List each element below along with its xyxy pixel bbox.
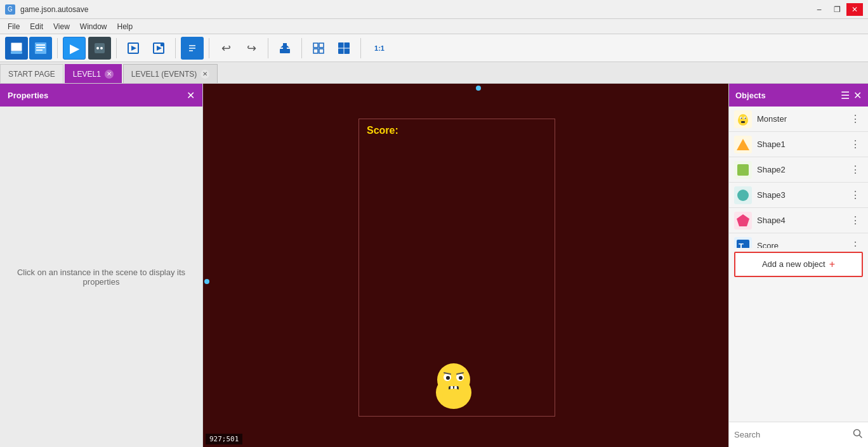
tab-start-page[interactable]: START PAGE [0,64,63,83]
objects-panel: Objects ☰ ✕ [728,84,868,447]
handle-dot-top[interactable] [476,86,481,91]
grid2-icon [337,41,351,55]
main-area: Properties ✕ Click on an instance in the… [0,84,868,447]
score-object-name: Score [757,241,843,248]
shape1-menu-button[interactable]: ⋮ [848,137,863,152]
redo-button[interactable]: ↪ [240,37,263,60]
shape1-object-name: Shape1 [757,139,843,149]
tab-level1-close[interactable]: ✕ [105,70,114,79]
svg-rect-23 [313,49,318,53]
grid2-button[interactable] [332,37,355,60]
shape4-object-name: Shape4 [757,216,843,225]
shape3-menu-button[interactable]: ⋮ [848,188,863,202]
events-view-button[interactable] [29,37,52,60]
shape1-icon [735,137,751,152]
svg-point-8 [100,47,103,49]
search-input[interactable] [734,430,849,439]
shape4-menu-button[interactable]: ⋮ [848,213,863,228]
monster-object-icon [734,110,752,128]
list-item[interactable]: Monster ⋮ [729,107,868,132]
svg-line-54 [860,435,862,437]
monster-character[interactable] [430,353,478,410]
scene-view-button[interactable] [5,37,28,60]
monster-svg [430,353,478,410]
search-button[interactable] [853,429,863,441]
grid-button[interactable] [307,37,330,60]
svg-rect-48 [737,164,749,176]
objects-filter-button[interactable]: ☰ [841,89,850,101]
score-icon: T [735,238,751,248]
menu-file[interactable]: File [3,21,25,32]
handle-dot-left[interactable] [204,279,209,284]
svg-rect-18 [280,49,290,53]
tab-level1[interactable]: LEVEL1 ✕ [65,64,122,83]
svg-rect-5 [36,49,43,51]
list-item[interactable]: Shape4 ⋮ [729,208,868,233]
search-icon [853,429,863,439]
preview-button[interactable] [122,37,145,60]
menu-view[interactable]: View [48,21,75,32]
objects-spacer [729,281,868,422]
fullscreen-preview-button[interactable] [147,37,170,60]
svg-rect-1 [11,51,22,54]
toolbar-view-group [5,37,52,60]
menu-help[interactable]: Help [112,21,138,32]
score-label-text: Score: [367,125,398,136]
svg-rect-24 [319,49,324,53]
shape2-object-icon [734,161,752,179]
properties-close-button[interactable]: ✕ [187,89,195,101]
properties-panel: Properties ✕ Click on an instance in the… [0,84,203,447]
monster-menu-button[interactable]: ⋮ [848,112,863,126]
toolbar-sep-5 [268,38,268,58]
list-item[interactable]: T Score ⋮ [729,233,868,248]
svg-rect-3 [36,44,45,46]
preview-icon [126,41,140,55]
svg-point-33 [459,376,463,380]
close-button[interactable]: ✕ [846,3,863,16]
tab-level1events-close[interactable]: ✕ [201,70,209,79]
publish-button[interactable] [273,37,296,60]
svg-point-45 [745,117,746,119]
scene-canvas-area[interactable]: Score: [203,84,728,447]
add-object-button[interactable]: Add a new object + [734,252,863,277]
svg-rect-21 [313,43,318,48]
properties-empty-message: Click on an instance in the scene to dis… [13,268,190,287]
svg-rect-0 [11,42,22,51]
monster-icon [735,112,751,127]
zoom-button[interactable]: 1:1 [366,37,393,60]
shape2-menu-button[interactable]: ⋮ [848,162,863,177]
zoom-label: 1:1 [374,44,385,52]
debug-button[interactable] [88,37,111,60]
properties-header: Properties ✕ [0,84,202,107]
svg-rect-13 [161,43,164,46]
monster-object-name: Monster [757,114,843,124]
undo-button[interactable]: ↩ [214,37,237,60]
svg-marker-10 [131,46,136,51]
score-menu-button[interactable]: ⋮ [848,238,863,248]
play-button[interactable]: ▶ [63,37,86,60]
search-bar [729,422,868,447]
shape1-object-icon [734,136,752,153]
edit-button[interactable] [181,37,204,60]
menu-window[interactable]: Window [75,21,112,32]
minimize-button[interactable]: – [811,3,827,16]
menu-edit[interactable]: Edit [25,21,48,32]
svg-marker-20 [280,44,289,48]
maximize-button[interactable]: ❐ [829,3,845,16]
toolbar-sep-4 [209,38,209,58]
shape4-icon [735,213,751,228]
list-item[interactable]: Shape2 ⋮ [729,157,868,183]
add-object-label: Add a new object [762,259,825,269]
objects-close-button[interactable]: ✕ [853,89,862,101]
svg-marker-47 [737,139,749,150]
publish-icon [278,41,292,55]
toolbar-sep-7 [360,38,361,58]
objects-header: Objects ☰ ✕ [729,84,868,107]
tab-level1-events[interactable]: LEVEL1 (EVENTS) ✕ [123,64,218,83]
list-item[interactable]: Shape3 ⋮ [729,183,868,208]
list-item[interactable]: Shape1 ⋮ [729,132,868,157]
svg-marker-12 [157,46,162,51]
tab-bar: START PAGE LEVEL1 ✕ LEVEL1 (EVENTS) ✕ [0,62,868,84]
title-bar-left: G game.json.autosave [5,4,88,15]
shape2-icon [735,162,751,178]
